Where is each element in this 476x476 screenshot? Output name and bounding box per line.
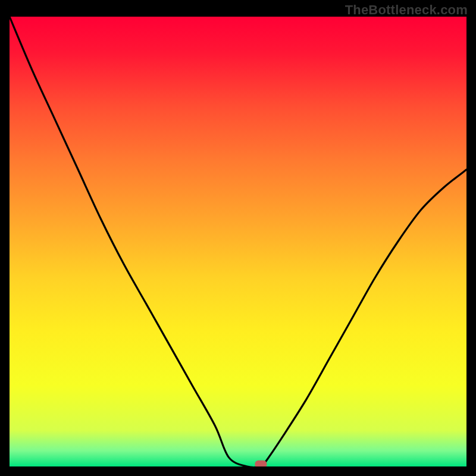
optimal-point-marker bbox=[255, 461, 267, 466]
plot-area bbox=[10, 17, 466, 466]
watermark-label: TheBottleneck.com bbox=[345, 2, 468, 18]
chart-container: TheBottleneck.com bbox=[0, 0, 476, 476]
bottleneck-chart bbox=[10, 17, 466, 466]
